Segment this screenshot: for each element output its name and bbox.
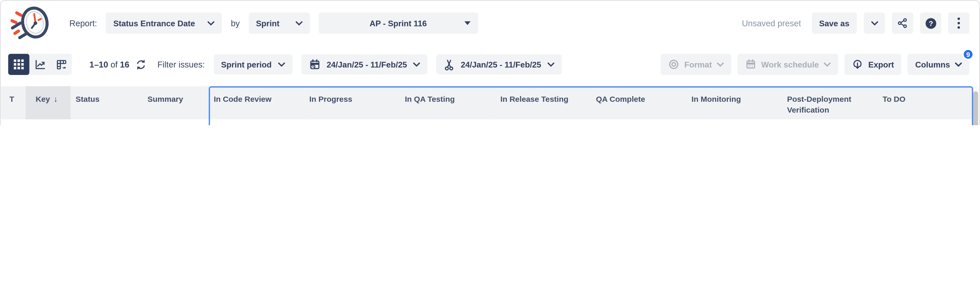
table-view-button[interactable] xyxy=(8,54,29,75)
chevron-down-icon xyxy=(955,62,962,67)
top-bar: Report: Status Entrance Date by Sprint A… xyxy=(0,0,979,46)
toolbar: 1–10 of 16 Filter issues: Sprint period xyxy=(0,51,979,78)
sprint-select-dropdown[interactable]: AP - Sprint 116 xyxy=(318,13,478,34)
view-switcher xyxy=(8,54,72,75)
columns-label: Columns xyxy=(915,60,950,69)
time-in-status-app: Report: Status Entrance Date by Sprint A… xyxy=(0,0,980,125)
sprint-period-dropdown[interactable]: 24/Jan/25 - 11/Feb/25 xyxy=(301,54,428,75)
chevron-down-icon xyxy=(208,21,215,25)
trim-period-value: 24/Jan/25 - 11/Feb/25 xyxy=(461,60,541,69)
chevron-down-icon xyxy=(717,62,724,67)
grid-view-icon xyxy=(14,59,24,69)
preset-status: Unsaved preset xyxy=(742,19,801,28)
vertical-scrollbar xyxy=(972,86,979,125)
more-options-button[interactable] xyxy=(948,13,969,34)
calendar-icon xyxy=(745,59,756,70)
column-header-summary[interactable]: Summary xyxy=(142,86,209,119)
sort-descending-icon: ↓ xyxy=(54,94,57,119)
issue-count: 1–10 of 16 xyxy=(89,60,129,69)
column-header-type[interactable]: T xyxy=(0,86,25,119)
export-label: Export xyxy=(868,60,894,69)
issue-type-cell xyxy=(0,119,25,125)
app-logo-icon xyxy=(11,6,49,41)
line-chart-icon xyxy=(34,59,46,70)
triangle-down-icon xyxy=(464,21,470,25)
date-cell: 05/Feb/25 5:28 PM xyxy=(495,119,591,125)
help-button[interactable]: ? xyxy=(920,13,941,34)
date-cell: 27/Jan/25 5:45 PM xyxy=(209,119,304,125)
chevron-down-icon xyxy=(871,21,878,25)
column-header-in-monitoring[interactable]: In Monitoring xyxy=(687,86,782,119)
column-header-status[interactable]: Status xyxy=(71,86,142,119)
scrollbar-thumb[interactable] xyxy=(973,91,978,125)
issue-status-cell: DONE xyxy=(71,119,142,125)
toolbar-actions: Format Work schedule xyxy=(660,54,969,75)
sprint-period-value: 24/Jan/25 - 11/Feb/25 xyxy=(327,60,407,69)
format-dropdown[interactable]: Format xyxy=(660,54,731,75)
format-label: Format xyxy=(684,60,712,69)
count-of: of xyxy=(111,60,118,69)
key-header-label: Key xyxy=(35,94,50,119)
report-label: Report: xyxy=(69,19,97,28)
date-cell: 07/Feb/25 8:58 PM xyxy=(782,119,878,125)
date-cell: 31/Jan/25 10:34 AM xyxy=(400,119,495,125)
format-icon xyxy=(668,59,679,70)
issues-table: T Key ↓ Status Summary In Code Review In… xyxy=(0,86,973,125)
kebab-menu-icon xyxy=(958,18,960,29)
date-cell: 05/Feb/25 1:32 PM xyxy=(591,119,687,125)
chevron-down-icon xyxy=(824,62,831,67)
report-type-dropdown[interactable]: Status Entrance Date xyxy=(106,13,222,34)
date-cell: 24/Jan/25 10:30 AM xyxy=(877,119,973,125)
save-as-button[interactable]: Save as xyxy=(811,13,857,34)
export-button[interactable]: Export xyxy=(845,54,901,75)
filter-issues-label: Filter issues: xyxy=(158,60,205,69)
svg-text:?: ? xyxy=(929,19,933,27)
pivot-table-icon xyxy=(56,59,67,70)
count-range: 1–10 xyxy=(89,60,108,69)
chevron-down-icon xyxy=(278,62,285,67)
top-bar-actions: Unsaved preset Save as xyxy=(742,13,969,34)
help-icon: ? xyxy=(924,17,937,29)
issue-key-cell: AP-150 xyxy=(25,119,71,125)
group-by-dropdown[interactable]: Sprint xyxy=(248,13,310,34)
column-header-in-release-testing[interactable]: In Release Testing xyxy=(495,86,591,119)
share-button[interactable] xyxy=(892,13,913,34)
count-total: 16 xyxy=(120,60,129,69)
filter-type-value: Sprint period xyxy=(221,60,272,69)
save-as-label: Save as xyxy=(819,19,850,28)
chart-view-button[interactable] xyxy=(29,54,51,75)
trim-period-dropdown[interactable]: 24/Jan/25 - 11/Feb/25 xyxy=(436,54,562,75)
column-header-in-code-review[interactable]: In Code Review xyxy=(209,86,304,119)
refresh-icon xyxy=(135,59,146,70)
work-schedule-dropdown[interactable]: Work schedule xyxy=(738,54,838,75)
share-icon xyxy=(897,18,908,29)
issue-summary-cell: Implement secure login feature xyxy=(142,119,209,125)
chevron-down-icon xyxy=(547,62,554,67)
chevron-down-icon xyxy=(295,21,302,25)
scissors-icon xyxy=(444,59,455,70)
calendar-clock-icon xyxy=(309,59,320,70)
sprint-value: AP - Sprint 116 xyxy=(369,19,426,28)
filter-type-dropdown[interactable]: Sprint period xyxy=(213,54,292,75)
pivot-view-button[interactable] xyxy=(51,54,72,75)
column-header-to-do[interactable]: To DO xyxy=(877,86,973,119)
group-by-value: Sprint xyxy=(256,19,280,28)
column-header-qa-complete[interactable]: QA Complete xyxy=(591,86,687,119)
chevron-down-icon xyxy=(413,62,420,67)
columns-count-badge: 9 xyxy=(963,49,974,60)
column-header-key[interactable]: Key ↓ xyxy=(25,86,71,119)
refresh-button[interactable] xyxy=(135,59,146,70)
by-label: by xyxy=(231,19,240,28)
column-header-in-qa-testing[interactable]: In QA Testing xyxy=(400,86,495,119)
work-schedule-label: Work schedule xyxy=(761,60,819,69)
column-header-in-progress[interactable]: In Progress xyxy=(304,86,400,119)
report-type-value: Status Entrance Date xyxy=(113,19,195,28)
save-options-dropdown[interactable] xyxy=(864,13,885,34)
export-icon xyxy=(852,59,863,70)
date-cell: 08/Feb/25 2:32 AM xyxy=(687,119,782,125)
date-cell: 24/Jan/25 10:53 AM xyxy=(304,119,400,125)
columns-dropdown[interactable]: Columns 9 xyxy=(908,54,969,75)
column-header-post-deployment-verification[interactable]: Post-Deployment Verification xyxy=(782,86,878,119)
